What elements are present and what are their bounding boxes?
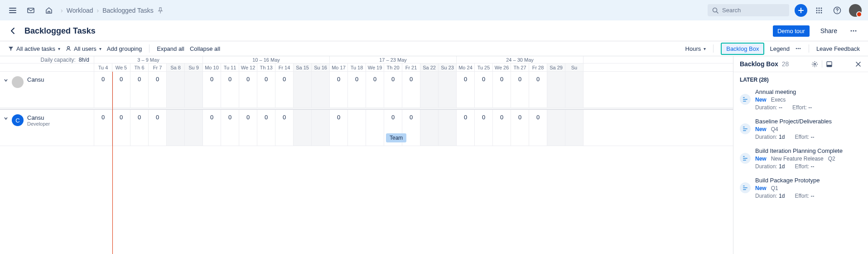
- breadcrumb-item[interactable]: Backlogged Tasks: [102, 7, 154, 14]
- person-avatar: [12, 76, 24, 88]
- timeline-grid: Daily capacity: 8h/d 3 – 9 May10 – 16 Ma…: [0, 56, 733, 254]
- backlog-section-header[interactable]: LATER (28): [733, 72, 868, 85]
- workload-cell[interactable]: 0: [475, 110, 493, 146]
- workload-cell[interactable]: 0: [275, 110, 294, 146]
- chevron-down-icon[interactable]: [4, 78, 8, 83]
- workload-cell[interactable]: 0: [457, 72, 475, 107]
- workload-cell[interactable]: .: [185, 72, 203, 107]
- collapse-all-button[interactable]: Collapse all: [190, 45, 220, 52]
- backlog-item[interactable]: Annual meetingNewExecsDuration: --Effort…: [733, 85, 868, 114]
- gear-icon[interactable]: [811, 61, 818, 68]
- workload-cell[interactable]: 0: [529, 72, 547, 107]
- workload-cell[interactable]: .: [167, 72, 185, 107]
- workload-cell[interactable]: 0: [221, 110, 239, 146]
- person-row: CCansuDeveloper0000..00000..0..00..00000…: [0, 110, 733, 146]
- workload-cell[interactable]: 0: [475, 72, 493, 107]
- workload-cell[interactable]: 0: [330, 110, 348, 146]
- workload-cell[interactable]: 0: [203, 110, 221, 146]
- workload-cell[interactable]: 0: [275, 72, 294, 107]
- expand-all-button[interactable]: Expand all: [157, 45, 184, 52]
- workload-cell[interactable]: .: [185, 110, 203, 146]
- workload-cell[interactable]: 0: [221, 72, 239, 107]
- backlog-item[interactable]: Baseline Project/DeliverablesNewQ4Durati…: [733, 114, 868, 144]
- add-button[interactable]: [795, 4, 807, 17]
- svg-rect-31: [743, 160, 746, 161]
- share-button[interactable]: Share: [817, 25, 841, 37]
- filter-dropdown[interactable]: All active tasks ▾: [8, 45, 60, 52]
- day-header-row: Tu 4We 5Th 6Fr 7Sa 8Su 9Mo 10Tu 11We 12T…: [0, 64, 733, 72]
- workload-cell[interactable]: .: [439, 110, 457, 146]
- workload-cell[interactable]: 0: [257, 72, 275, 107]
- more-icon[interactable]: [795, 45, 801, 52]
- svg-point-6: [819, 10, 820, 11]
- hamburger-icon[interactable]: [6, 4, 19, 17]
- workload-cell[interactable]: 0: [330, 72, 348, 107]
- team-chip[interactable]: Team: [386, 133, 406, 142]
- workload-cell[interactable]: .: [565, 72, 583, 107]
- workload-cell[interactable]: .: [547, 72, 565, 107]
- workload-cell[interactable]: 0: [239, 110, 257, 146]
- page-header: Backlogged Tasks Demo tour Share: [0, 20, 868, 41]
- person-info[interactable]: Cansu: [0, 72, 94, 107]
- workload-cell[interactable]: 0: [457, 110, 475, 146]
- backlog-item[interactable]: Build Iteration Planning CompleteNewNew …: [733, 144, 868, 173]
- workload-cell[interactable]: 0: [239, 72, 257, 107]
- workload-cell[interactable]: .: [312, 110, 330, 146]
- chevron-down-icon[interactable]: [4, 116, 8, 121]
- workload-cell[interactable]: 0: [149, 110, 167, 146]
- mail-icon[interactable]: [24, 4, 37, 17]
- home-icon[interactable]: [43, 4, 55, 17]
- help-icon[interactable]: [831, 4, 844, 17]
- workload-cell[interactable]: .: [565, 110, 583, 146]
- workload-cell[interactable]: 0: [112, 72, 130, 107]
- workload-cell[interactable]: .: [294, 72, 312, 107]
- workload-cell[interactable]: 0: [511, 110, 529, 146]
- layout-icon[interactable]: [826, 61, 833, 68]
- search-input[interactable]: Search: [708, 4, 789, 16]
- backlog-item[interactable]: Build Package PrototypeNewQ1Duration: 1d…: [733, 173, 868, 203]
- workload-cell[interactable]: 0: [257, 110, 275, 146]
- workload-cell[interactable]: 0: [493, 110, 511, 146]
- hours-dropdown[interactable]: Hours ▾: [685, 45, 706, 52]
- workload-cell[interactable]: 0: [348, 72, 366, 107]
- add-grouping-button[interactable]: Add grouping: [107, 45, 142, 52]
- workload-cell[interactable]: 0: [130, 110, 149, 146]
- person-info[interactable]: CCansuDeveloper: [0, 110, 94, 146]
- workload-cell[interactable]: 0: [112, 110, 130, 146]
- workload-cell[interactable]: 0: [384, 72, 402, 107]
- workload-cell[interactable]: 0: [366, 72, 384, 107]
- leave-feedback-button[interactable]: Leave Feedback: [816, 45, 860, 52]
- workload-cell[interactable]: 0: [402, 72, 420, 107]
- workload-cell[interactable]: .: [167, 110, 185, 146]
- workload-cell[interactable]: .: [547, 110, 565, 146]
- breadcrumb-item[interactable]: Workload: [67, 7, 93, 14]
- apps-icon[interactable]: [813, 4, 825, 17]
- workload-cell[interactable]: 0: [493, 72, 511, 107]
- workload-cell[interactable]: 0: [130, 72, 149, 107]
- workload-cell[interactable]: .: [420, 72, 439, 107]
- backlog-box-button[interactable]: Backlog Box: [721, 43, 764, 55]
- workload-cell[interactable]: 0: [511, 72, 529, 107]
- demo-tour-button[interactable]: Demo tour: [773, 25, 810, 37]
- day-header-cell: Su 9: [185, 64, 203, 71]
- users-dropdown[interactable]: All users ▾: [66, 45, 101, 52]
- user-avatar[interactable]: [849, 4, 862, 17]
- workload-cell[interactable]: .: [366, 110, 384, 146]
- more-icon[interactable]: [848, 25, 859, 36]
- workload-cell[interactable]: .: [294, 110, 312, 146]
- close-icon[interactable]: [855, 61, 862, 68]
- svg-rect-26: [743, 128, 747, 129]
- workload-cell[interactable]: 0: [149, 72, 167, 107]
- pin-icon[interactable]: [157, 7, 164, 14]
- workload-cell[interactable]: 0: [203, 72, 221, 107]
- workload-cell[interactable]: .: [420, 110, 439, 146]
- legend-button[interactable]: Legend: [770, 45, 789, 52]
- view-toolbar: All active tasks ▾ All users ▾ Add group…: [0, 41, 868, 56]
- workload-cell[interactable]: .: [312, 72, 330, 107]
- workload-cell[interactable]: .: [348, 110, 366, 146]
- workload-cell[interactable]: 0: [529, 110, 547, 146]
- workload-cell[interactable]: 0: [94, 72, 112, 107]
- workload-cell[interactable]: 0: [94, 110, 112, 146]
- workload-cell[interactable]: .: [439, 72, 457, 107]
- back-button[interactable]: [9, 27, 17, 35]
